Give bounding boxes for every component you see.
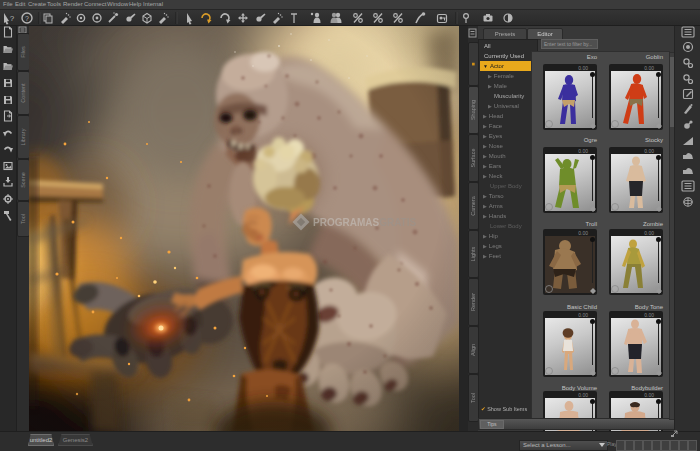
svg-text:?: ? xyxy=(25,15,29,22)
svg-text:?: ? xyxy=(10,14,15,23)
